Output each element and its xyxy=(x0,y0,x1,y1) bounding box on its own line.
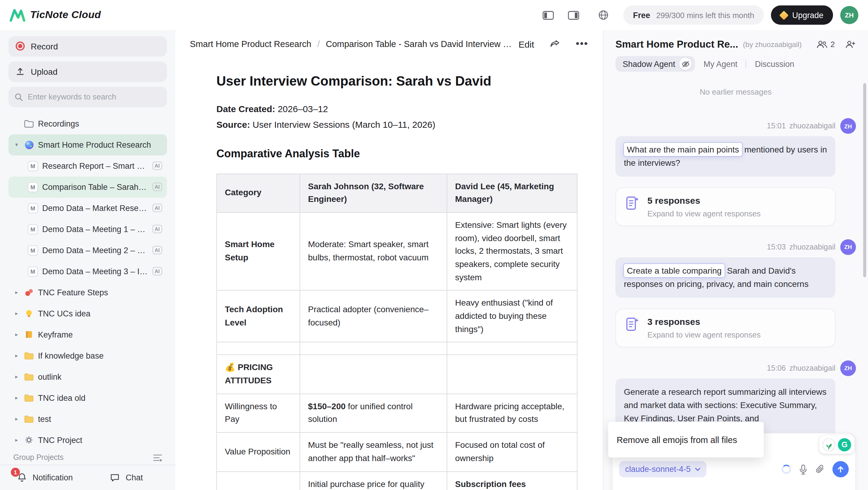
markdown-file-icon: M xyxy=(28,266,38,276)
tree-item-label: outlink xyxy=(38,372,162,381)
chevron-right-icon[interactable]: ▸ xyxy=(13,289,20,295)
members-icon xyxy=(816,40,828,49)
panel-byline: (by zhuozaabigail) xyxy=(743,40,802,49)
notification-label: Notification xyxy=(33,473,73,482)
invite-button[interactable] xyxy=(844,40,856,49)
table-cell xyxy=(300,355,447,394)
scrollbar[interactable] xyxy=(863,83,866,277)
date-value: 2026–03–12 xyxy=(275,104,328,114)
tree-item-smart-home-project[interactable]: ▾ Smart Home Product Research xyxy=(8,134,167,155)
message-bubble: What are the main pain points mentioned … xyxy=(615,136,835,177)
upgrade-button[interactable]: Upgrade xyxy=(771,5,833,25)
plant-extension-icon[interactable] xyxy=(822,438,835,451)
breadcrumb-root[interactable]: Smart Home Product Research xyxy=(190,39,311,49)
chevron-right-icon[interactable]: ▸ xyxy=(13,395,20,401)
ai-badge: AI xyxy=(152,246,162,254)
tree-item-knowledge-base[interactable]: ▸ If knowledge base xyxy=(8,345,167,366)
chat-panel: Smart Home Product Re... (by zhuozaabiga… xyxy=(603,30,868,490)
tree-item-test[interactable]: ▸ test xyxy=(8,408,167,429)
tree-item-recordings[interactable]: ▸ Recordings xyxy=(8,113,167,134)
agent-responses-card[interactable]: 5 responses Expand to view agent respons… xyxy=(615,187,835,226)
source-value: User Interview Sessions (March 10–11, 20… xyxy=(250,120,435,130)
tree-item-label: Comparison Table – Sarah v... xyxy=(42,182,148,191)
eye-off-icon[interactable] xyxy=(679,58,691,70)
tree-item-keyframe[interactable]: ▸ Keyframe xyxy=(8,324,167,345)
model-selector[interactable]: claude-sonnet-4-5 xyxy=(619,461,707,477)
tab-my-agent[interactable]: My Agent xyxy=(704,59,738,68)
section-title: Comparative Analysis Table xyxy=(216,147,578,160)
app-logo: TicNote Cloud xyxy=(10,8,101,22)
tree-item-tnc-feature-steps[interactable]: ▸ TNC Feature Steps xyxy=(8,282,167,303)
toggle-right-panel-icon[interactable] xyxy=(564,7,582,24)
record-button[interactable]: Record xyxy=(8,36,167,57)
send-button[interactable] xyxy=(832,461,849,477)
responses-count: 3 responses xyxy=(647,316,761,326)
tree-item-tnc-project[interactable]: ▸ TNC Project xyxy=(8,429,167,449)
chevron-down-icon[interactable]: ▾ xyxy=(13,142,20,148)
chevron-right-icon[interactable]: ▸ xyxy=(13,437,20,443)
chevron-down-icon xyxy=(695,467,701,471)
avatar: ZH xyxy=(840,118,856,134)
tree-item-comparison-table[interactable]: M Comparison Table – Sarah v... AI xyxy=(8,176,167,197)
sidebar: Record Upload ▸ Recordings ▾ Smar xyxy=(0,30,176,490)
markdown-file-icon: M xyxy=(28,245,38,255)
share-icon[interactable] xyxy=(550,39,560,49)
notification-button[interactable]: 1 Notification xyxy=(17,472,73,483)
tree-item-outlink[interactable]: ▸ outlink xyxy=(8,366,167,387)
tree-item-tnc-ucs-idea[interactable]: ▸ TNC UCs idea xyxy=(8,303,167,324)
panel-title: Smart Home Product Re... xyxy=(615,38,738,50)
date-label: Date Created: xyxy=(216,104,275,114)
tree-item-research-report[interactable]: M Research Report – Smart H... AI xyxy=(8,155,167,176)
highlighted-text: What are the main pain points xyxy=(624,143,742,156)
tree-item-label: TNC UCs idea xyxy=(38,309,162,318)
agent-responses-card[interactable]: 3 responses Expand to view agent respons… xyxy=(615,308,835,347)
gear-icon xyxy=(24,436,34,444)
grammarly-icon[interactable]: G xyxy=(838,438,851,451)
chevron-right-icon[interactable]: ▸ xyxy=(13,332,20,338)
document-source-line: Source: User Interview Sessions (March 1… xyxy=(216,117,578,133)
bulb-icon xyxy=(24,309,34,318)
tree-item-label: TNC Feature Steps xyxy=(38,288,162,297)
language-globe-icon[interactable] xyxy=(594,7,613,24)
message-bubble: Create a table comparing Sarah and David… xyxy=(615,257,835,298)
upload-button[interactable]: Upload xyxy=(8,61,167,82)
group-projects-label: Group Projects xyxy=(13,453,64,462)
tab-shadow-agent[interactable]: Shadow Agent xyxy=(615,56,695,72)
more-options-icon[interactable]: ••• xyxy=(576,38,588,50)
tree-item-demo-meeting-3[interactable]: M Demo Data – Meeting 3 – In... AI xyxy=(8,261,167,282)
table-row: Initial purchase price for quality Subsc… xyxy=(217,471,577,490)
chevron-right-icon[interactable]: ▸ xyxy=(13,310,20,316)
table-cell: Practical adopter (convenience–focused) xyxy=(300,290,447,342)
group-projects-menu-icon[interactable] xyxy=(153,454,162,461)
tree-item-label: TNC Project xyxy=(38,435,162,445)
tree-item-label: Smart Home Product Research xyxy=(38,140,162,149)
extension-pill: G xyxy=(819,435,854,454)
table-header-row: Category Sarah Johnson (32, Software Eng… xyxy=(217,174,577,212)
user-avatar[interactable]: ZH xyxy=(840,6,858,24)
chevron-right-icon[interactable]: ▸ xyxy=(13,374,20,380)
message-author: zhuozaabigail xyxy=(789,364,835,372)
drag-ghost-overlay: Remove all emojis from all files xyxy=(608,422,764,457)
chevron-right-icon[interactable]: ▸ xyxy=(13,416,20,422)
mic-icon[interactable] xyxy=(799,464,808,474)
sidebar-footer: 1 Notification Chat xyxy=(0,465,176,490)
tree-item-demo-meeting-1[interactable]: M Demo Data – Meeting 1 – U... AI xyxy=(8,218,167,240)
table-cell: Must be "really seamless, not just anoth… xyxy=(300,432,447,471)
tree-item-tnc-idea-old[interactable]: ▸ TNC idea old xyxy=(8,387,167,408)
edit-button[interactable]: Edit xyxy=(519,39,534,49)
attachment-icon[interactable] xyxy=(815,464,825,474)
tab-discussion[interactable]: Discussion xyxy=(755,59,795,68)
table-cell: Heavy enthusiast ("kind of addicted to b… xyxy=(447,290,577,342)
members-button[interactable]: 2 xyxy=(816,40,835,49)
ai-badge: AI xyxy=(152,183,162,191)
chat-button[interactable]: Chat xyxy=(110,472,143,483)
toggle-left-panel-icon[interactable] xyxy=(539,7,557,24)
chevron-right-icon[interactable]: ▸ xyxy=(13,353,20,359)
tree-item-demo-market[interactable]: M Demo Data – Market Resea... AI xyxy=(8,197,167,218)
no-earlier-messages: No earlier messages xyxy=(615,87,856,96)
tree-item-demo-meeting-2[interactable]: M Demo Data – Meeting 2 – U... AI xyxy=(8,240,167,261)
table-cell: Subscription fees xyxy=(447,471,577,490)
table-cell xyxy=(217,342,300,355)
search-input[interactable] xyxy=(28,92,161,101)
folder-icon xyxy=(24,415,34,423)
